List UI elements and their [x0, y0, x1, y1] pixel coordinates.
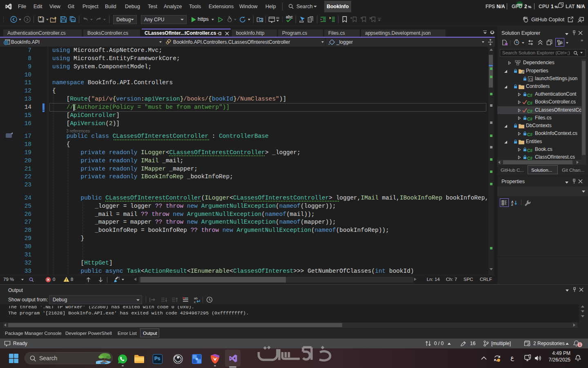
svg-text:ab: ab: [194, 296, 198, 300]
svg-text:{}: {}: [529, 77, 533, 81]
svg-text:Z: Z: [511, 203, 513, 206]
svg-text:z: z: [579, 355, 580, 357]
svg-text:c: c: [194, 300, 196, 303]
